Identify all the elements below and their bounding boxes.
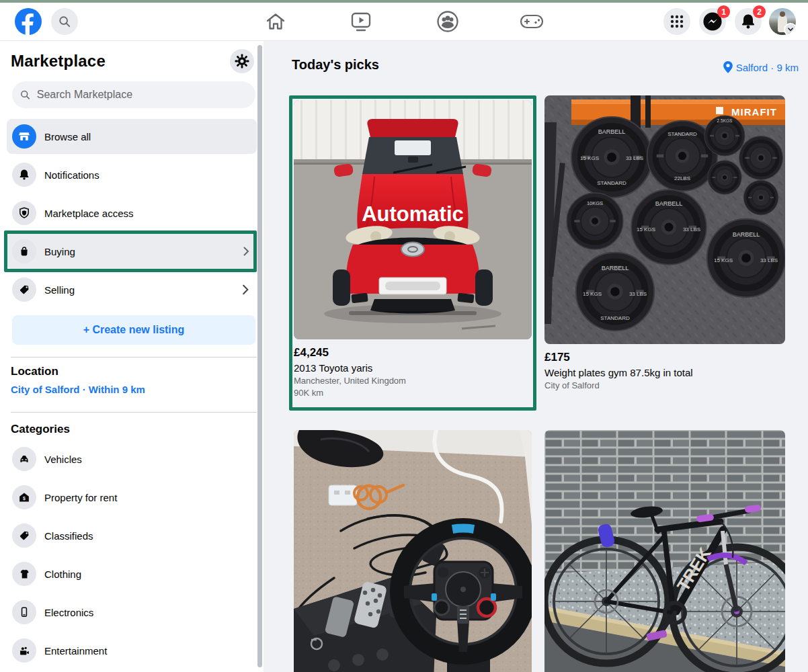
plate-label: 33 LBS <box>760 257 778 263</box>
plate-label: 15 KGS <box>583 291 602 297</box>
category-label: Vehicles <box>44 454 82 465</box>
listing-photo-mountain-bike[interactable]: TREK <box>544 430 785 672</box>
listing-card-weight-plates[interactable]: MIRAFIT BARBELL 15 KGS 33 LBS STANDARD <box>544 95 785 390</box>
account-menu-chevron <box>784 23 796 35</box>
sidebar-item-browse-all[interactable]: Browse all <box>7 119 257 154</box>
sidebar-item-label: Notifications <box>44 169 99 181</box>
nav-tab-watch[interactable] <box>349 11 373 32</box>
sidebar-item-label: Marketplace access <box>44 208 134 219</box>
top-navigation-bar: 1 2 <box>0 3 808 41</box>
listing-card-toyota-yaris[interactable]: Automatic £4,245 2013 Toyota yaris <box>294 100 532 398</box>
search-icon <box>58 15 71 28</box>
category-item-vehicles[interactable]: Vehicles <box>7 442 257 476</box>
sidebar-title: Marketplace <box>11 52 106 71</box>
svg-text:$: $ <box>23 496 26 501</box>
watch-icon <box>350 11 372 32</box>
category-item-property-for-rent[interactable]: $ Property for rent <box>7 480 257 515</box>
listing-price: £4,245 <box>294 346 532 360</box>
marketplace-search-input[interactable] <box>36 88 247 101</box>
marketplace-settings-button[interactable] <box>230 49 254 73</box>
nav-tab-gaming[interactable] <box>520 11 544 32</box>
plate-label: BARBELL <box>733 231 760 238</box>
search-icon <box>20 89 30 100</box>
gear-icon <box>235 54 249 69</box>
plate-label: BARBELL <box>598 128 626 135</box>
create-new-listing-button[interactable]: + Create new listing <box>12 315 255 345</box>
category-item-clothing[interactable]: Clothing <box>7 556 257 591</box>
plate-label: 33 LBS <box>626 155 643 161</box>
phone-icon <box>12 600 36 624</box>
facebook-f-icon <box>15 8 42 35</box>
feed-title: Today's picks <box>292 57 379 73</box>
screen-top-strip <box>0 0 808 3</box>
groups-icon <box>436 10 459 33</box>
messenger-unread-badge: 1 <box>717 5 730 18</box>
house-dollar-icon: $ <box>12 485 36 509</box>
header-search-button[interactable] <box>51 8 78 35</box>
plate-label: 15 KGS <box>637 226 655 233</box>
chevron-right-icon <box>241 246 251 257</box>
listing-title: Weight plates gym 87.5kg in total <box>544 367 785 378</box>
facebook-logo[interactable] <box>15 8 42 35</box>
listing-title: 2013 Toyota yaris <box>294 362 532 374</box>
plate-label: STANDARD <box>597 180 627 186</box>
facebook-marketplace-page: 1 2 Marketplace <box>0 0 808 672</box>
listing-photo-toyota-yaris[interactable]: Automatic <box>294 100 532 339</box>
photo-brand-text: MIRAFIT <box>731 106 777 118</box>
entertainment-icon <box>12 638 36 663</box>
sidebar-scrollbar[interactable] <box>257 45 262 667</box>
feed-location-link[interactable]: Salford · 9 km <box>723 61 799 73</box>
avatar-head <box>780 11 785 17</box>
plate-label: 15 KGS <box>580 155 599 161</box>
listing-card-racing-wheel[interactable] <box>294 430 532 672</box>
plate-label: 33 LBS <box>629 291 647 297</box>
plate-label: 22LBS <box>674 175 690 181</box>
sidebar-item-notifications[interactable]: Notifications <box>7 157 257 192</box>
marketplace-search[interactable] <box>12 81 255 108</box>
sidebar-item-buying[interactable]: Buying <box>7 234 257 269</box>
map-pin-icon <box>723 61 733 73</box>
plate-label: BARBELL <box>655 200 683 207</box>
category-item-entertainment[interactable]: Entertainment <box>7 633 257 668</box>
category-label: Classifieds <box>44 530 93 542</box>
plate-label: 33 LBS <box>683 226 700 233</box>
apps-menu-button[interactable] <box>663 8 690 35</box>
chevron-right-icon <box>239 284 251 296</box>
sidebar-item-marketplace-access[interactable]: Marketplace access <box>7 196 257 230</box>
sidebar-item-selling[interactable]: Selling <box>7 272 257 307</box>
category-item-electronics[interactable]: Electronics <box>7 595 257 630</box>
plate-label: 10KGS <box>587 200 603 206</box>
listing-photo-racing-wheel[interactable] <box>294 430 532 672</box>
home-icon <box>266 12 286 31</box>
category-item-classifieds[interactable]: Classifieds <box>7 518 257 553</box>
plate-label: BARBELL <box>602 265 629 271</box>
car-icon <box>12 447 36 471</box>
listing-price: £175 <box>544 351 785 364</box>
category-label: Electronics <box>44 607 93 618</box>
listing-card-mountain-bike[interactable]: TREK <box>544 430 785 672</box>
shield-icon <box>12 201 36 225</box>
listing-photo-weight-plates[interactable]: MIRAFIT BARBELL 15 KGS 33 LBS STANDARD <box>544 95 785 344</box>
photo-overlay-text: Automatic <box>362 202 464 226</box>
tag-icon <box>12 523 36 548</box>
notifications-count-badge: 2 <box>753 5 766 18</box>
location-heading: Location <box>11 365 58 378</box>
categories-heading: Categories <box>11 423 70 436</box>
sidebar-divider <box>11 412 257 413</box>
location-link[interactable]: City of Salford · Within 9 km <box>11 384 145 395</box>
category-label: Entertainment <box>44 645 107 657</box>
nav-tab-groups[interactable] <box>436 11 460 32</box>
sidebar-item-label: Browse all <box>44 131 91 142</box>
messenger-button[interactable]: 1 <box>699 8 726 35</box>
sidebar-divider <box>11 357 257 358</box>
apps-grid-icon <box>670 15 684 28</box>
listing-mileage: 90K km <box>294 388 532 398</box>
nav-tab-home[interactable] <box>264 11 288 32</box>
gaming-icon <box>520 13 544 30</box>
category-label: Property for rent <box>44 492 117 503</box>
notifications-button[interactable]: 2 <box>735 8 762 35</box>
bag-icon <box>12 239 36 263</box>
tag-icon <box>12 278 36 302</box>
plate-label: STANDARD <box>600 315 630 321</box>
profile-avatar[interactable] <box>769 8 796 35</box>
